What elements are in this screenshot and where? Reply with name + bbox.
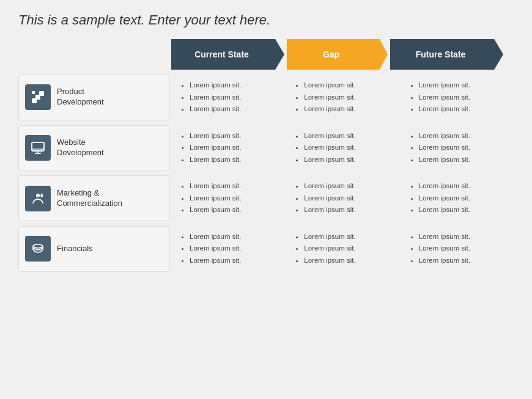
future-state-header: Future State bbox=[390, 39, 503, 70]
list-item: Lorem ipsum sit. bbox=[190, 154, 278, 166]
list-item: Lorem ipsum sit. bbox=[190, 79, 278, 92]
list-item: Lorem ipsum sit. bbox=[419, 180, 508, 192]
svg-rect-4 bbox=[32, 142, 44, 151]
list-item: Lorem ipsum sit. bbox=[190, 255, 278, 267]
content-cell-product-current: Lorem ipsum sit. Lorem ipsum sit. Lorem … bbox=[174, 75, 284, 120]
website-icon-box bbox=[25, 135, 51, 161]
list-item: Lorem ipsum sit. bbox=[304, 130, 393, 142]
future-state-arrow: Future State bbox=[390, 39, 503, 70]
content-cell-website-future: Lorem ipsum sit. Lorem ipsum sit. Lorem … bbox=[403, 125, 514, 171]
row-label-cell-website: WebsiteDevelopment bbox=[18, 125, 170, 171]
content-cell-marketing-current: Lorem ipsum sit. Lorem ipsum sit. Lorem … bbox=[174, 175, 284, 221]
list-item: Lorem ipsum sit. bbox=[419, 231, 508, 243]
content-cell-financials-future: Lorem ipsum sit. Lorem ipsum sit. Lorem … bbox=[403, 226, 514, 272]
row-label-cell-product: ProductDevelopment bbox=[18, 75, 170, 120]
content-cell-marketing-gap: Lorem ipsum sit. Lorem ipsum sit. Lorem … bbox=[288, 175, 399, 221]
list-item: Lorem ipsum sit. bbox=[304, 180, 393, 192]
content-cell-financials-gap: Lorem ipsum sit. Lorem ipsum sit. Lorem … bbox=[288, 226, 399, 272]
list-item: Lorem ipsum sit. bbox=[190, 243, 278, 255]
list-item: Lorem ipsum sit. bbox=[419, 243, 508, 255]
list-item: Lorem ipsum sit. bbox=[419, 255, 508, 267]
list-item: Lorem ipsum sit. bbox=[419, 154, 508, 166]
current-state-arrow: Current State bbox=[171, 39, 284, 70]
list-item: Lorem ipsum sit. bbox=[419, 204, 508, 216]
content-cell-website-gap: Lorem ipsum sit. Lorem ipsum sit. Lorem … bbox=[288, 125, 399, 171]
list-item: Lorem ipsum sit. bbox=[190, 231, 278, 243]
table-row: WebsiteDevelopment Lorem ipsum sit. Lore… bbox=[18, 125, 514, 171]
table-row: Financials Lorem ipsum sit. Lorem ipsum … bbox=[18, 226, 514, 272]
list-item: Lorem ipsum sit. bbox=[190, 204, 278, 216]
main-table: Current State Gap Future State bbox=[18, 39, 514, 272]
list-item: Lorem ipsum sit. bbox=[304, 243, 393, 255]
header-row: Current State Gap Future State bbox=[171, 39, 514, 70]
gap-arrow: Gap bbox=[287, 39, 388, 70]
list-item: Lorem ipsum sit. bbox=[419, 103, 508, 115]
data-rows: ProductDevelopment Lorem ipsum sit. Lore… bbox=[18, 75, 514, 272]
list-item: Lorem ipsum sit. bbox=[419, 142, 508, 154]
table-row: ProductDevelopment Lorem ipsum sit. Lore… bbox=[18, 75, 514, 120]
list-item: Lorem ipsum sit. bbox=[419, 79, 508, 92]
list-item: Lorem ipsum sit. bbox=[190, 142, 278, 154]
row-label-product: ProductDevelopment bbox=[57, 87, 104, 108]
list-item: Lorem ipsum sit. bbox=[304, 92, 393, 104]
product-icon-box bbox=[25, 84, 51, 110]
svg-point-10 bbox=[33, 244, 43, 248]
list-item: Lorem ipsum sit. bbox=[419, 92, 508, 104]
content-cell-website-current: Lorem ipsum sit. Lorem ipsum sit. Lorem … bbox=[174, 125, 284, 171]
content-cells-product: Lorem ipsum sit. Lorem ipsum sit. Lorem … bbox=[174, 75, 514, 120]
content-cell-financials-current: Lorem ipsum sit. Lorem ipsum sit. Lorem … bbox=[174, 226, 284, 272]
marketing-icon-box bbox=[25, 186, 51, 211]
financials-icon-box bbox=[25, 236, 51, 262]
list-item: Lorem ipsum sit. bbox=[190, 130, 278, 142]
content-cell-product-future: Lorem ipsum sit. Lorem ipsum sit. Lorem … bbox=[403, 75, 514, 120]
financials-icon bbox=[31, 241, 45, 256]
row-label-cell-marketing: Marketing &Commercialization bbox=[18, 175, 170, 221]
content-cells-financials: Lorem ipsum sit. Lorem ipsum sit. Lorem … bbox=[174, 226, 514, 272]
page-title: This is a sample text. Enter your text h… bbox=[18, 12, 514, 28]
svg-rect-3 bbox=[32, 91, 35, 94]
website-icon bbox=[31, 141, 45, 155]
row-label-marketing: Marketing &Commercialization bbox=[57, 188, 122, 209]
list-item: Lorem ipsum sit. bbox=[304, 103, 393, 115]
product-icon bbox=[31, 90, 45, 104]
list-item: Lorem ipsum sit. bbox=[419, 192, 508, 205]
list-item: Lorem ipsum sit. bbox=[190, 92, 278, 104]
list-item: Lorem ipsum sit. bbox=[304, 192, 393, 205]
gap-header: Gap bbox=[287, 39, 388, 70]
content-cell-product-gap: Lorem ipsum sit. Lorem ipsum sit. Lorem … bbox=[288, 75, 399, 120]
list-item: Lorem ipsum sit. bbox=[304, 142, 393, 154]
current-state-header: Current State bbox=[171, 39, 284, 70]
list-item: Lorem ipsum sit. bbox=[304, 204, 393, 216]
content-cells-website: Lorem ipsum sit. Lorem ipsum sit. Lorem … bbox=[174, 125, 514, 171]
content-cells-marketing: Lorem ipsum sit. Lorem ipsum sit. Lorem … bbox=[174, 175, 514, 221]
content-cell-marketing-future: Lorem ipsum sit. Lorem ipsum sit. Lorem … bbox=[403, 175, 514, 221]
table-row: Marketing &Commercialization Lorem ipsum… bbox=[18, 175, 514, 221]
list-item: Lorem ipsum sit. bbox=[190, 103, 278, 115]
row-label-website: WebsiteDevelopment bbox=[57, 137, 104, 158]
row-label-cell-financials: Financials bbox=[18, 226, 170, 272]
list-item: Lorem ipsum sit. bbox=[190, 192, 278, 205]
list-item: Lorem ipsum sit. bbox=[304, 154, 393, 166]
list-item: Lorem ipsum sit. bbox=[304, 255, 393, 267]
page: This is a sample text. Enter your text h… bbox=[0, 0, 532, 399]
row-label-financials: Financials bbox=[57, 244, 93, 254]
list-item: Lorem ipsum sit. bbox=[304, 231, 393, 243]
marketing-icon bbox=[31, 191, 45, 206]
list-item: Lorem ipsum sit. bbox=[304, 79, 393, 92]
list-item: Lorem ipsum sit. bbox=[419, 130, 508, 142]
svg-rect-2 bbox=[39, 91, 44, 96]
list-item: Lorem ipsum sit. bbox=[190, 180, 278, 192]
